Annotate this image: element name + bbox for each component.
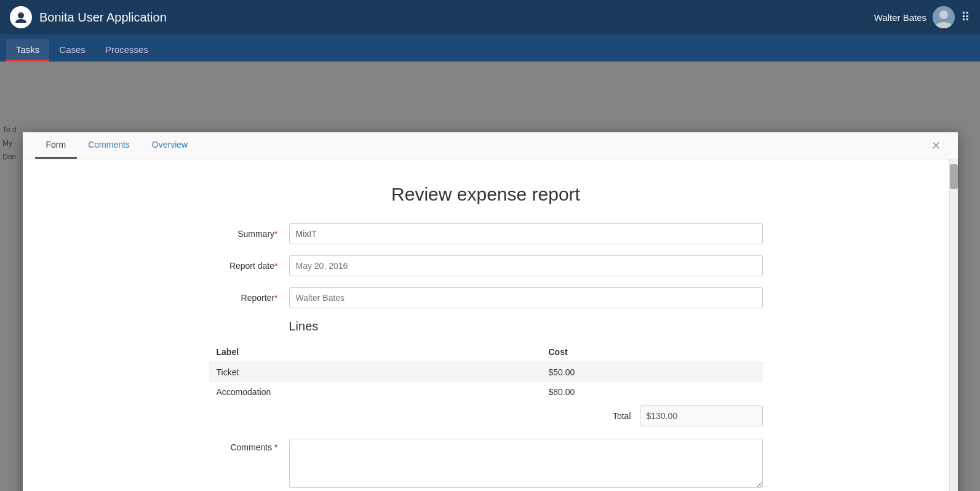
nav-tab-tasks[interactable]: Tasks: [6, 39, 49, 62]
total-row: Total: [209, 405, 763, 426]
table-row: Ticket $50.00: [209, 362, 763, 383]
grid-icon[interactable]: ⠿: [961, 10, 970, 25]
modal-body: Review expense report Summary* Report da…: [23, 159, 949, 491]
report-date-input[interactable]: [289, 255, 763, 276]
report-date-label: Report date*: [209, 261, 289, 271]
col-header-label: Label: [209, 342, 541, 362]
reporter-input[interactable]: [289, 287, 763, 308]
modal-scrollbar-area: Review expense report Summary* Report da…: [23, 159, 958, 491]
nav-tab-cases[interactable]: Cases: [49, 39, 95, 62]
reporter-row: Reporter*: [209, 287, 763, 308]
summary-input[interactable]: [289, 223, 763, 244]
modal-tab-comments[interactable]: Comments: [77, 132, 141, 159]
report-date-row: Report date*: [209, 255, 763, 276]
header-left: Bonita User Application: [10, 6, 167, 28]
report-date-required-star: *: [274, 261, 277, 271]
app-title: Bonita User Application: [39, 10, 167, 25]
row-cost-accomodation: $80.00: [541, 382, 763, 402]
row-cost-ticket: $50.00: [541, 362, 763, 383]
comments-row: Comments *: [209, 439, 763, 488]
user-name: Walter Bates: [874, 12, 926, 23]
modal-dialog: Form Comments Overview ✕ Review expense …: [23, 132, 958, 491]
row-label-ticket: Ticket: [209, 362, 541, 383]
summary-row: Summary*: [209, 223, 763, 244]
svg-point-3: [939, 10, 948, 19]
user-avatar: [933, 6, 955, 28]
comments-label: Comments *: [209, 439, 289, 452]
background-content: To d My Don Form Comments Overview ✕ Rev…: [0, 62, 980, 491]
summary-required-star: *: [274, 229, 277, 239]
comments-required-star: *: [272, 442, 277, 452]
modal-overlay: Form Comments Overview ✕ Review expense …: [0, 62, 980, 491]
form-title: Review expense report: [47, 184, 925, 205]
modal-scrollbar-thumb: [950, 164, 958, 189]
summary-label: Summary*: [209, 229, 289, 239]
app-header: Bonita User Application Walter Bates ⠿: [0, 0, 980, 34]
nav-bar: Tasks Cases Processes: [0, 34, 980, 62]
modal-tabs: Form Comments Overview ✕: [23, 132, 958, 159]
table-row: Accomodation $80.00: [209, 382, 763, 402]
reporter-required-star: *: [274, 293, 277, 303]
header-right: Walter Bates ⠿: [874, 6, 970, 28]
row-label-accomodation: Accomodation: [209, 382, 541, 402]
modal-tab-overview[interactable]: Overview: [141, 132, 199, 159]
comments-textarea[interactable]: [289, 439, 763, 488]
nav-tab-processes[interactable]: Processes: [95, 39, 158, 62]
lines-title: Lines: [289, 319, 763, 333]
total-label: Total: [613, 411, 631, 421]
reporter-label: Reporter*: [209, 293, 289, 303]
modal-close-x-button[interactable]: ✕: [926, 135, 946, 156]
svg-point-1: [20, 12, 22, 14]
app-logo-icon: [10, 6, 32, 28]
lines-table: Label Cost Ticket $50.00 Accom: [209, 342, 763, 402]
total-input: [640, 405, 763, 426]
lines-section: Lines Label Cost Ticket: [209, 319, 763, 426]
modal-scrollbar[interactable]: [949, 159, 958, 491]
col-header-cost: Cost: [541, 342, 763, 362]
modal-tab-form[interactable]: Form: [35, 132, 78, 159]
